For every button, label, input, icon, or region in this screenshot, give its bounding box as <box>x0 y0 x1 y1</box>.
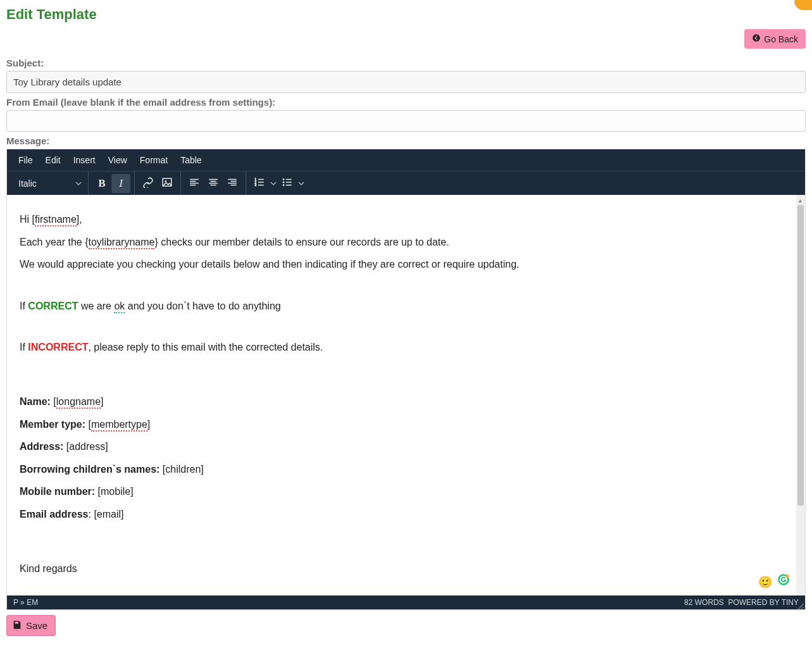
field-name: Name: [longname] <box>20 394 792 410</box>
align-center-icon <box>208 177 219 190</box>
subject-input[interactable] <box>6 71 806 93</box>
numbered-list-icon: 123 <box>254 177 265 190</box>
go-back-label: Go Back <box>764 34 798 44</box>
svg-point-10 <box>785 575 789 578</box>
numbered-list-button[interactable]: 123 <box>250 174 269 193</box>
editor-toolbar: Italic B I <box>7 171 805 195</box>
emoji-icon[interactable]: 🙂 <box>758 573 772 592</box>
svg-text:3: 3 <box>255 184 257 187</box>
align-right-icon <box>227 177 238 190</box>
field-address: Address: [address] <box>20 439 792 455</box>
go-back-button[interactable]: Go Back <box>744 29 806 49</box>
image-button[interactable] <box>158 174 177 193</box>
menu-table[interactable]: Table <box>174 150 208 170</box>
intro-line-1: Each year the {toylibraryname} checks ou… <box>20 234 792 251</box>
style-select[interactable]: Italic <box>15 175 84 192</box>
editor-statusbar: P » EM 82 WORDS POWERED BY TINY <box>7 595 805 609</box>
numbered-list-dropdown[interactable] <box>269 180 278 187</box>
subject-label: Subject: <box>6 58 806 68</box>
align-center-button[interactable] <box>204 174 223 193</box>
menu-format[interactable]: Format <box>134 150 174 170</box>
style-select-label: Italic <box>18 178 37 189</box>
italic-button[interactable]: I <box>111 174 130 193</box>
rich-text-editor: File Edit Insert View Format Table Itali… <box>6 149 806 610</box>
image-icon <box>161 177 173 190</box>
bold-button[interactable]: B <box>92 174 111 193</box>
scrollbar[interactable] <box>796 195 805 595</box>
align-left-button[interactable] <box>185 174 204 193</box>
bullet-list-button[interactable] <box>278 174 297 193</box>
menu-view[interactable]: View <box>102 150 134 170</box>
svg-point-6 <box>283 178 284 180</box>
editor-body[interactable]: Hi [firstname], Each year the {toylibrar… <box>7 195 805 595</box>
editor-menubar: File Edit Insert View Format Table <box>7 149 805 171</box>
signoff: Kind regards <box>20 561 792 577</box>
link-icon <box>142 177 154 190</box>
italic-icon: I <box>119 177 123 190</box>
arrow-left-circle-icon <box>752 34 761 44</box>
field-member-type: Member type: [membertype] <box>20 416 792 433</box>
menu-insert[interactable]: Insert <box>67 150 102 170</box>
save-label: Save <box>26 620 47 631</box>
save-button[interactable]: Save <box>6 615 56 636</box>
menu-edit[interactable]: Edit <box>39 150 67 170</box>
incorrect-line: If INCORRECT, please reply to this email… <box>20 339 792 356</box>
intro-line-2: We would appreciate you checking your de… <box>20 256 792 273</box>
save-icon <box>12 620 22 632</box>
from-email-label: From Email (leave blank if the email add… <box>6 97 806 108</box>
bold-icon: B <box>98 177 105 190</box>
status-path[interactable]: P » EM <box>13 598 38 607</box>
grammarly-icon[interactable] <box>777 573 790 592</box>
svg-point-8 <box>283 184 284 185</box>
menu-file[interactable]: File <box>12 150 39 170</box>
link-button[interactable] <box>139 174 158 193</box>
from-email-input[interactable] <box>6 110 806 132</box>
bullet-list-icon <box>282 177 293 190</box>
scrollbar-thumb[interactable] <box>797 205 804 506</box>
svg-point-7 <box>283 182 284 183</box>
align-left-icon <box>189 177 200 190</box>
message-label: Message: <box>6 135 806 146</box>
greeting-line: Hi [firstname], <box>20 211 792 228</box>
chevron-down-icon <box>75 178 82 189</box>
field-children: Borrowing children`s names: [children] <box>20 461 792 478</box>
svg-point-0 <box>753 34 760 42</box>
status-words[interactable]: 82 WORDS <box>684 598 724 607</box>
correct-line: If CORRECT we are ok and you don`t have … <box>20 298 792 315</box>
resize-handle-icon[interactable] <box>797 602 804 609</box>
status-powered[interactable]: POWERED BY TINY <box>728 598 799 607</box>
field-mobile: Mobile number: [mobile] <box>20 483 792 500</box>
svg-point-2 <box>165 180 166 182</box>
field-email: Email address: [email] <box>20 506 792 523</box>
page-title: Edit Template <box>0 0 812 25</box>
align-right-button[interactable] <box>223 174 242 193</box>
bullet-list-dropdown[interactable] <box>297 180 306 187</box>
